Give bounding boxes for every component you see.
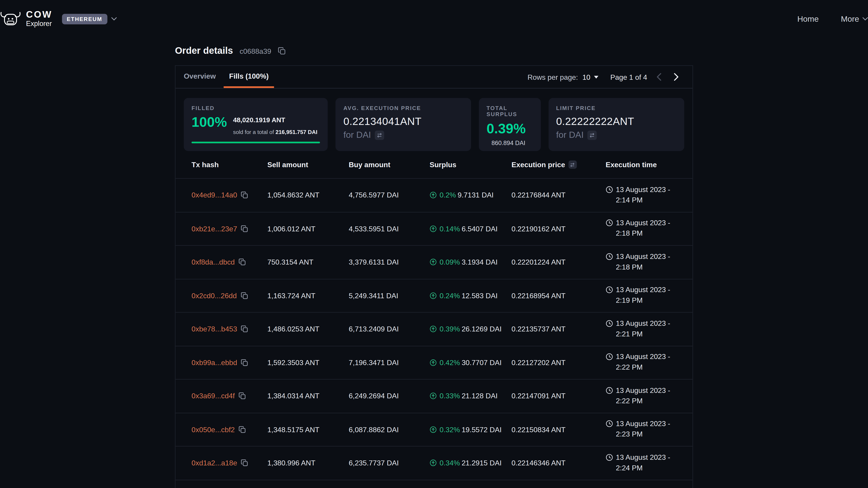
nav-home[interactable]: Home bbox=[797, 14, 819, 23]
sell-amount: 1,486.0253 ANT bbox=[268, 325, 349, 333]
surplus-amount: 6.5407 DAI bbox=[462, 225, 498, 233]
avg-price-unit: for DAI bbox=[343, 130, 371, 140]
copy-tx-icon[interactable] bbox=[239, 258, 246, 266]
sell-amount: 1,348.5175 ANT bbox=[268, 425, 349, 434]
prev-page-button[interactable] bbox=[654, 71, 664, 83]
sell-amount: 1,006.012 ANT bbox=[268, 225, 349, 233]
execution-time: 13 August 2023 - 2:14 PM bbox=[616, 185, 682, 205]
surplus-percent: 0.2% bbox=[439, 191, 456, 199]
execution-price: 0.22201224 ANT bbox=[512, 258, 606, 266]
avg-price-value: 0.22134041ANT bbox=[343, 116, 463, 128]
copy-tx-icon[interactable] bbox=[241, 459, 248, 466]
col-execution-time: Execution time bbox=[606, 160, 685, 169]
execution-time: 13 August 2023 - 2:22 PM bbox=[616, 352, 682, 373]
tx-hash-link[interactable]: 0x2cd0...26dd bbox=[191, 291, 237, 300]
tx-hash-link[interactable]: 0xb99a...ebbd bbox=[191, 358, 237, 367]
order-panel: Overview Fills (100%) Rows per page: 10 … bbox=[175, 65, 693, 488]
table-row: 0x050e...cbf2 1,348.5175 ANT 6,087.8862 … bbox=[176, 413, 692, 447]
surplus-amount: 21.128 DAI bbox=[462, 392, 498, 400]
surplus-up-icon bbox=[430, 192, 437, 199]
filled-percent: 100% bbox=[191, 115, 227, 137]
execution-price: 0.22190162 ANT bbox=[512, 225, 606, 233]
table-row: 0xb99a...ebbd 1,592.3503 ANT 7,196.3471 … bbox=[176, 346, 692, 380]
order-id: c0688a39 bbox=[240, 47, 271, 55]
limit-price-value: 0.22222222ANT bbox=[556, 116, 676, 128]
avg-execution-price-card: AVG. EXECUTION PRICE 0.22134041ANT for D… bbox=[336, 98, 471, 151]
chevron-down-icon bbox=[111, 17, 116, 21]
page-indicator: Page 1 of 4 bbox=[610, 73, 647, 81]
execution-time: 13 August 2023 - 2:23 PM bbox=[616, 419, 682, 440]
top-bar: COW Explorer ETHEREUM Home More bbox=[0, 0, 868, 38]
invert-price-icon[interactable] bbox=[568, 160, 577, 169]
table-header-row: Tx hash Sell amount Buy amount Surplus E… bbox=[176, 151, 692, 179]
page-title: Order details bbox=[175, 45, 233, 57]
nav-more[interactable]: More bbox=[841, 14, 868, 23]
copy-tx-icon[interactable] bbox=[241, 225, 248, 232]
total-surplus-percent: 0.39% bbox=[487, 122, 533, 135]
fill-progress-bar bbox=[191, 142, 320, 143]
network-selector[interactable]: ETHEREUM bbox=[62, 13, 117, 24]
copy-tx-icon[interactable] bbox=[241, 359, 248, 366]
tx-hash-link[interactable]: 0x4ed9...14a0 bbox=[191, 191, 237, 199]
fill-progress-value bbox=[191, 142, 320, 143]
pagination-controls: Rows per page: 10 Page 1 of 4 bbox=[528, 66, 682, 88]
cow-explorer-logo[interactable]: COW Explorer bbox=[0, 10, 53, 28]
avg-price-label: AVG. EXECUTION PRICE bbox=[343, 105, 463, 111]
tab-overview[interactable]: Overview bbox=[178, 66, 221, 88]
network-badge[interactable]: ETHEREUM bbox=[62, 13, 107, 24]
surplus-percent: 0.24% bbox=[439, 291, 460, 300]
surplus-up-icon bbox=[430, 392, 437, 400]
rows-per-page-select[interactable]: 10 bbox=[582, 73, 598, 81]
surplus-up-icon bbox=[430, 359, 437, 366]
copy-tx-icon[interactable] bbox=[241, 326, 248, 333]
tx-hash-link[interactable]: 0x3a69...cd4f bbox=[191, 392, 235, 400]
buy-amount: 6,249.2694 DAI bbox=[349, 392, 430, 400]
tx-hash-link[interactable]: 0xbe78...b453 bbox=[191, 325, 237, 333]
total-surplus-label: TOTAL SURPLUS bbox=[487, 105, 533, 117]
sold-prefix: sold for a total of bbox=[233, 129, 274, 135]
swap-currency-icon[interactable] bbox=[375, 130, 384, 140]
table-row: 0xb21e...23e7 1,006.012 ANT 4,533.5951 D… bbox=[176, 212, 692, 246]
next-page-button[interactable] bbox=[671, 71, 682, 83]
sell-amount: 1,384.0314 ANT bbox=[268, 392, 349, 400]
buy-amount: 5,249.3411 DAI bbox=[349, 291, 430, 300]
swap-currency-icon[interactable] bbox=[587, 130, 597, 140]
surplus-amount: 9.7131 DAI bbox=[458, 191, 493, 199]
tx-hash-link[interactable]: 0xf8da...dbcd bbox=[191, 258, 235, 266]
table-row: 0x2cd0...26dd 1,163.724 ANT 5,249.3411 D… bbox=[176, 279, 692, 313]
surplus-amount: 26.1269 DAI bbox=[462, 325, 502, 333]
clock-icon bbox=[606, 219, 613, 227]
clock-icon bbox=[606, 253, 613, 260]
surplus-amount: 3.1934 DAI bbox=[462, 258, 498, 266]
tx-hash-link[interactable]: 0xd1a2...a18e bbox=[191, 459, 237, 467]
execution-price: 0.22168954 ANT bbox=[512, 291, 606, 300]
surplus-up-icon bbox=[430, 258, 437, 266]
clock-icon bbox=[606, 420, 613, 428]
col-buy-amount: Buy amount bbox=[349, 160, 430, 169]
filled-amount: 48,020.1919 ANT bbox=[233, 116, 317, 125]
surplus-up-icon bbox=[430, 326, 437, 333]
surplus-percent: 0.34% bbox=[439, 459, 460, 467]
surplus-amount: 19.5572 DAI bbox=[462, 425, 502, 434]
buy-amount: 4,533.5951 DAI bbox=[349, 225, 430, 233]
buy-amount: 3,379.6131 DAI bbox=[349, 258, 430, 266]
surplus-up-icon bbox=[430, 459, 437, 466]
copy-tx-icon[interactable] bbox=[239, 426, 246, 433]
tx-hash-link[interactable]: 0x050e...cbf2 bbox=[191, 425, 235, 434]
execution-time: 13 August 2023 - 2:18 PM bbox=[616, 252, 682, 272]
execution-time: 13 August 2023 - 2:21 PM bbox=[616, 319, 682, 339]
copy-order-id-icon[interactable] bbox=[278, 47, 285, 55]
cow-icon bbox=[0, 11, 21, 26]
tx-hash-link[interactable]: 0xb21e...23e7 bbox=[191, 225, 237, 233]
sell-amount: 1,380.996 ANT bbox=[268, 459, 349, 467]
sold-total: 216,951.757 DAI bbox=[276, 129, 317, 135]
total-surplus-card: TOTAL SURPLUS 0.39% 860.894 DAI bbox=[479, 98, 541, 151]
sell-amount: 1,592.3503 ANT bbox=[268, 358, 349, 367]
sell-amount: 1,163.724 ANT bbox=[268, 291, 349, 300]
copy-tx-icon[interactable] bbox=[241, 192, 248, 199]
tab-fills[interactable]: Fills (100%) bbox=[223, 66, 274, 88]
copy-tx-icon[interactable] bbox=[241, 292, 248, 299]
buy-amount: 4,756.5977 DAI bbox=[349, 191, 430, 199]
page-title-row: Order details c0688a39 bbox=[175, 45, 693, 57]
copy-tx-icon[interactable] bbox=[239, 392, 246, 400]
